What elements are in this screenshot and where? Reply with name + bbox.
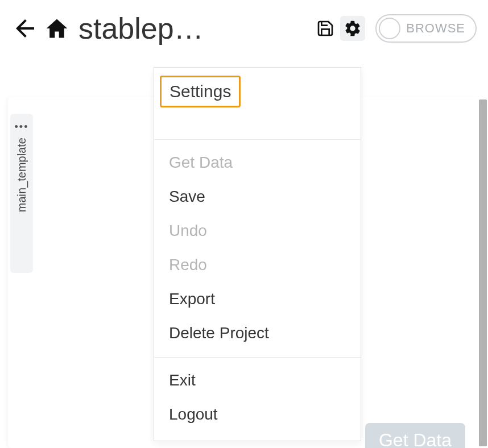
settings-dropdown: Settings Get Data Save Undo Redo Export … [154, 67, 361, 441]
menu-item-logout[interactable]: Logout [154, 397, 361, 432]
menu-item-settings[interactable]: Settings [160, 76, 241, 107]
menu-item-exit[interactable]: Exit [154, 363, 361, 397]
gear-icon [344, 19, 362, 38]
menu-item-delete-project[interactable]: Delete Project [154, 316, 361, 350]
save-icon[interactable] [316, 19, 334, 38]
settings-button[interactable] [340, 16, 365, 41]
menu-item-undo: Undo [154, 214, 361, 248]
menu-item-export[interactable]: Export [154, 282, 361, 316]
scrollbar[interactable] [479, 99, 487, 446]
sidebar-tab[interactable]: ••• main_template [10, 114, 33, 273]
menu-section-middle: Get Data Save Undo Redo Export Delete Pr… [154, 140, 361, 358]
sidebar-tab-label: main_template [15, 138, 28, 212]
menu-item-redo: Redo [154, 248, 361, 282]
toggle-label: BROWSE [406, 21, 465, 36]
page-title: stablep… [78, 11, 204, 45]
get-data-button[interactable]: Get Data [365, 423, 465, 448]
toggle-knob [379, 18, 400, 39]
back-icon[interactable] [11, 15, 39, 42]
more-icon[interactable]: ••• [15, 122, 29, 132]
home-icon[interactable] [44, 16, 69, 41]
browse-toggle[interactable]: BROWSE [375, 14, 477, 43]
menu-section-bottom: Exit Logout [154, 358, 361, 441]
menu-section-top: Settings [154, 68, 361, 140]
header-bar: stablep… BROWSE [0, 0, 488, 51]
menu-item-save[interactable]: Save [154, 180, 361, 214]
menu-item-get-data: Get Data [154, 146, 361, 180]
